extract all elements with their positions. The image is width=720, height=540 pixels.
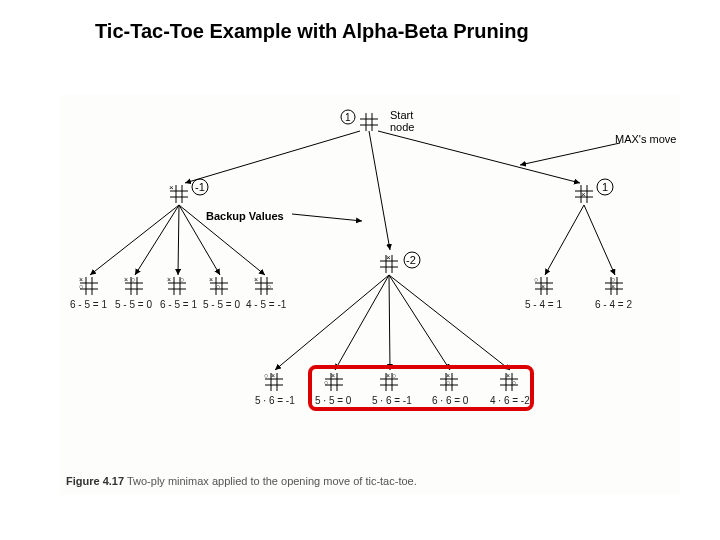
eq-b-3: 5 · 6 = -1: [372, 395, 412, 406]
svg-line-39: [389, 275, 450, 370]
eq-r1-1: 6 - 5 = 1: [70, 299, 107, 310]
svg-text:○: ○: [611, 276, 615, 283]
svg-text:○: ○: [392, 372, 396, 379]
eq-rr-2: 6 - 4 = 2: [595, 299, 632, 310]
tree-svg: 1 × × × ×○ ×○ ×○ ×: [60, 95, 680, 495]
eq-r1-3: 6 - 5 = 1: [160, 299, 197, 310]
eq-b-1: 5 · 6 = -1: [255, 395, 295, 406]
figure-caption: Figure 4.17 Two-ply minimax applied to t…: [66, 475, 417, 487]
svg-text:×: ×: [581, 190, 586, 199]
svg-text:○: ○: [534, 276, 538, 283]
svg-text:×: ×: [167, 276, 171, 283]
svg-text:○: ○: [264, 372, 268, 379]
svg-line-34: [545, 205, 584, 275]
svg-text:×: ×: [446, 372, 450, 379]
mid-value: -2: [406, 254, 416, 266]
svg-line-8: [378, 131, 580, 183]
mid-child-board: ×: [380, 253, 398, 273]
caption-bold: Figure 4.17: [66, 475, 124, 487]
svg-text:×: ×: [124, 276, 128, 283]
svg-line-40: [389, 275, 510, 370]
eq-b-2: 5 · 5 = 0: [315, 395, 351, 406]
svg-line-9: [520, 143, 620, 165]
svg-text:×: ×: [506, 372, 510, 379]
svg-line-10: [292, 214, 362, 221]
eq-b-5: 4 · 6 = -2: [490, 395, 530, 406]
svg-line-38: [389, 275, 390, 370]
eq-rr-1: 5 - 4 = 1: [525, 299, 562, 310]
svg-line-31: [178, 205, 179, 275]
svg-text:×: ×: [79, 276, 83, 283]
max-move-label: MAX's move: [615, 133, 676, 145]
svg-text:1: 1: [345, 112, 351, 123]
svg-text:○: ○: [216, 283, 220, 290]
root-board: 1: [341, 110, 378, 131]
svg-text:×: ×: [386, 372, 390, 379]
svg-text:×: ×: [541, 283, 545, 290]
svg-text:○: ○: [267, 283, 271, 290]
svg-text:○: ○: [324, 379, 328, 386]
svg-text:×: ×: [331, 372, 335, 379]
eq-b-4: 6 · 6 = 0: [432, 395, 468, 406]
svg-text:○: ○: [512, 379, 516, 386]
caption-text: Two-ply minimax applied to the opening m…: [127, 475, 417, 487]
svg-line-37: [335, 275, 389, 370]
svg-line-30: [135, 205, 179, 275]
left-child-board: ×: [169, 183, 188, 203]
svg-text:×: ×: [611, 283, 615, 290]
eq-r1-2: 5 - 5 = 0: [115, 299, 152, 310]
eq-r1-4: 5 - 5 = 0: [203, 299, 240, 310]
row-bottom-boards: ○× ×○ ×○ ×○ ×○: [264, 372, 518, 391]
svg-text:×: ×: [209, 276, 213, 283]
svg-line-6: [185, 131, 360, 183]
svg-text:×: ×: [169, 183, 174, 192]
svg-text:○: ○: [446, 379, 450, 386]
right-child-board: ×: [575, 185, 593, 203]
row-right-boards: ○× ○×: [534, 276, 623, 295]
svg-line-36: [275, 275, 389, 370]
start-node-label: Start node: [390, 109, 414, 133]
svg-text:○: ○: [131, 276, 135, 283]
right-value: 1: [602, 181, 608, 193]
backup-values-label: Backup Values: [206, 210, 284, 222]
eq-r1-5: 4 - 5 = -1: [246, 299, 286, 310]
left-value: -1: [195, 181, 205, 193]
svg-text:○: ○: [79, 283, 83, 290]
minimax-diagram: 1 × × × ×○ ×○ ×○ ×: [60, 95, 680, 495]
svg-line-29: [90, 205, 179, 275]
svg-line-35: [584, 205, 615, 275]
page-title: Tic-Tac-Toe Example with Alpha-Beta Prun…: [95, 20, 529, 43]
row1-boards: ×○ ×○ ×○ ×○ ×○: [79, 276, 273, 295]
svg-text:○: ○: [180, 276, 184, 283]
svg-text:×: ×: [271, 372, 275, 379]
svg-text:×: ×: [386, 253, 391, 262]
svg-text:×: ×: [254, 276, 258, 283]
svg-line-7: [369, 131, 390, 250]
